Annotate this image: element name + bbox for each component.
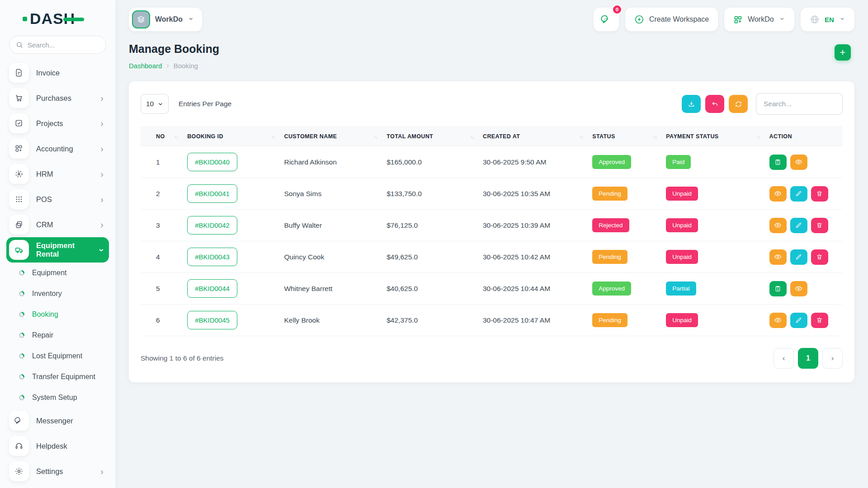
sidebar-item-label: Settings (36, 467, 93, 476)
col-status: STATUS (588, 127, 661, 146)
sidebar-subitem-transfer-equipment[interactable]: Transfer Equipment (0, 366, 115, 387)
breadcrumb: Dashboard Booking (129, 61, 219, 70)
cell-no: 6 (141, 305, 183, 336)
sidebar-subitem-label: Inventory (32, 290, 62, 298)
dots-grid-icon (9, 189, 29, 209)
sort-icon[interactable] (580, 134, 584, 140)
sidebar-subitem-system-setup[interactable]: System Setup (0, 387, 115, 408)
booking-id-pill[interactable]: #BKID0044 (187, 279, 237, 298)
sidebar-subitem-repair[interactable]: Repair (0, 325, 115, 346)
view-button[interactable] (769, 186, 787, 202)
add-booking-button[interactable] (835, 44, 851, 61)
entries-select-value: 10 (146, 100, 154, 108)
sidebar-subitem-equipment[interactable]: Equipment (0, 263, 115, 283)
table-row: 3 #BKID0042 Buffy Walter $76,125.0 30-06… (141, 210, 843, 241)
cell-no: 1 (141, 146, 183, 178)
sidebar-item-label: Invoice (36, 69, 104, 77)
sidebar-subitem-label: Repair (32, 331, 53, 339)
view-button[interactable] (790, 281, 807, 296)
sidebar-item-messenger[interactable]: Messenger (6, 408, 109, 433)
delete-button[interactable] (811, 249, 828, 265)
invoice-button[interactable]: $ (769, 155, 787, 170)
next-page-button[interactable] (822, 348, 843, 369)
booking-id-pill[interactable]: #BKID0041 (187, 184, 237, 203)
delete-button[interactable] (811, 186, 828, 202)
sidebar-item-pos[interactable]: POS (6, 187, 109, 212)
sidebar-item-invoice[interactable]: Invoice (6, 60, 109, 85)
sidebar-item-label: Purchases (36, 94, 93, 103)
grid-plus-icon (9, 139, 29, 159)
refresh-button[interactable] (729, 95, 748, 113)
view-button[interactable] (769, 249, 787, 265)
status-badge: Pending (592, 313, 627, 327)
cell-amount: $133,750.0 (382, 178, 478, 210)
invoice-button[interactable]: $ (769, 281, 787, 296)
booking-id-pill[interactable]: #BKID0043 (187, 248, 237, 266)
view-button[interactable] (790, 155, 807, 170)
cell-booking-id: #BKID0044 (183, 273, 279, 305)
sidebar-subitem-booking[interactable]: Booking (0, 304, 115, 325)
delete-button[interactable] (811, 313, 828, 328)
sidebar-item-purchases[interactable]: Purchases (6, 85, 109, 111)
sidebar-subitem-lost-equipment[interactable]: Lost Equipment (0, 346, 115, 366)
cell-action: $ (765, 273, 843, 305)
sidebar-item-accounting[interactable]: Accounting (6, 136, 109, 161)
cell-status: Approved (588, 273, 661, 305)
sidebar-item-projects[interactable]: Projects (6, 111, 109, 136)
cell-amount: $42,375.0 (382, 305, 478, 336)
messages-button[interactable]: 0 (594, 8, 619, 31)
undo-button[interactable] (705, 95, 724, 113)
col-no: NO (141, 127, 183, 146)
sidebar-item-hrm[interactable]: HRM (6, 161, 109, 187)
view-button[interactable] (769, 218, 787, 233)
sort-icon[interactable] (756, 134, 760, 140)
cell-status: Approved (588, 146, 661, 178)
chevron-right-icon (100, 93, 104, 103)
cell-action (765, 241, 843, 273)
sort-icon[interactable] (470, 134, 474, 140)
sidebar-item-settings[interactable]: Settings (6, 459, 109, 484)
booking-id-pill[interactable]: #BKID0045 (187, 311, 237, 329)
app-switcher-button[interactable]: WorkDo (724, 8, 794, 31)
sidebar-item-crm[interactable]: CRM (6, 212, 109, 237)
sort-icon[interactable] (653, 134, 657, 140)
globe-icon (810, 14, 820, 24)
sidebar-subitem-inventory[interactable]: Inventory (0, 283, 115, 304)
sidebar-item-equipment-rental[interactable]: Equipment Rental (6, 237, 109, 263)
table-row: 4 #BKID0043 Quincy Cook $49,625.0 30-06-… (141, 241, 843, 273)
cell-created: 30-06-2025 10:44 AM (478, 273, 588, 305)
invoice-icon (9, 63, 29, 83)
workspace-switcher[interactable]: WorkDo (129, 8, 202, 31)
export-download-button[interactable] (682, 95, 701, 113)
previous-page-button[interactable] (774, 348, 794, 369)
table-toolbar: 10 Entries Per Page (141, 93, 843, 115)
edit-button[interactable] (790, 218, 807, 233)
edit-button[interactable] (790, 313, 807, 328)
edit-button[interactable] (790, 249, 807, 265)
sort-icon[interactable] (374, 134, 378, 140)
booking-id-pill[interactable]: #BKID0042 (187, 216, 237, 235)
create-workspace-button[interactable]: Create Workspace (625, 8, 718, 31)
sidebar-item-helpdesk[interactable]: Helpdesk (6, 433, 109, 459)
sidebar-search-input[interactable] (28, 41, 99, 49)
breadcrumb-dashboard-link[interactable]: Dashboard (129, 62, 162, 70)
language-button[interactable]: EN (801, 8, 854, 31)
delete-button[interactable] (811, 218, 828, 233)
edit-button[interactable] (790, 186, 807, 202)
status-badge: Approved (592, 282, 631, 296)
notification-badge: 0 (612, 5, 622, 14)
cell-action (765, 210, 843, 241)
table-search-input[interactable] (756, 93, 843, 115)
status-badge: Pending (592, 187, 627, 201)
entries-per-page-select[interactable]: 10 (141, 94, 169, 114)
view-button[interactable] (769, 313, 787, 328)
booking-id-pill[interactable]: #BKID0040 (187, 153, 237, 171)
circle-icon (19, 353, 24, 359)
search-icon (16, 41, 24, 49)
sort-icon[interactable] (271, 134, 275, 140)
cell-amount: $76,125.0 (382, 210, 478, 241)
brand-logo[interactable]: DASH (0, 0, 115, 34)
sort-icon[interactable] (175, 134, 179, 140)
page-number-button[interactable]: 1 (798, 348, 818, 369)
language-code: EN (825, 16, 834, 23)
